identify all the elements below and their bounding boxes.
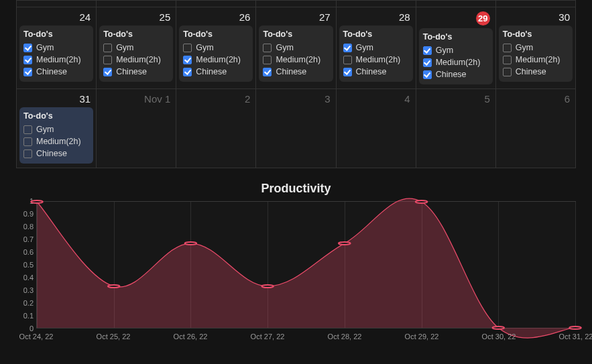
todo-card[interactable]: To-do'sGymMedium(2h)Chinese (419, 28, 493, 84)
todo-item-label: Medium(2h) (36, 55, 81, 64)
todo-item[interactable]: Medium(2h) (23, 135, 89, 147)
calendar-cell[interactable] (416, 1, 496, 7)
checkbox-icon[interactable] (103, 44, 112, 52)
checkbox-icon[interactable] (183, 44, 192, 52)
todo-item[interactable]: Medium(2h) (183, 54, 249, 66)
todo-item[interactable]: Chinese (263, 66, 329, 78)
y-tick-label: 0.1 (23, 312, 34, 320)
calendar-cell[interactable] (256, 1, 336, 7)
calendar-cell[interactable]: 30To-do'sGymMedium(2h)Chinese (496, 7, 576, 89)
todo-item-label: Medium(2h) (36, 137, 81, 146)
checkbox-icon[interactable] (423, 46, 432, 55)
checkbox-icon[interactable] (263, 68, 272, 76)
calendar-cell[interactable] (176, 1, 256, 7)
calendar-cell[interactable] (337, 1, 416, 7)
checkbox-icon[interactable] (23, 125, 32, 134)
todo-item[interactable]: Medium(2h) (423, 56, 489, 68)
todo-item-label: Gym (116, 43, 133, 52)
day-number: 29 (419, 10, 493, 28)
todo-item-label: Medium(2h) (116, 55, 161, 64)
todo-item[interactable]: Chinese (343, 66, 409, 78)
todo-card[interactable]: To-do'sGymMedium(2h)Chinese (259, 25, 333, 82)
calendar-cell[interactable]: 29To-do'sGymMedium(2h)Chinese (416, 7, 496, 89)
checkbox-icon[interactable] (263, 44, 272, 52)
checkbox-icon[interactable] (23, 56, 32, 64)
todo-item-label: Chinese (356, 67, 387, 76)
todo-item[interactable]: Medium(2h) (23, 54, 89, 66)
todo-item[interactable]: Medium(2h) (503, 54, 569, 66)
calendar-cell[interactable] (496, 1, 576, 7)
checkbox-icon[interactable] (23, 44, 32, 52)
svg-point-2 (185, 242, 197, 245)
todo-item[interactable]: Gym (423, 44, 489, 56)
checkbox-icon[interactable] (23, 149, 32, 158)
checkbox-icon[interactable] (263, 56, 272, 64)
checkbox-icon[interactable] (183, 56, 192, 64)
checkbox-icon[interactable] (503, 68, 512, 76)
calendar-cell[interactable] (17, 1, 97, 7)
calendar-cell[interactable]: 3 (256, 89, 336, 168)
calendar-cell[interactable]: 27To-do'sGymMedium(2h)Chinese (256, 7, 336, 89)
calendar-cell[interactable]: 5 (416, 89, 496, 168)
checkbox-icon[interactable] (23, 68, 32, 76)
checkbox-icon[interactable] (423, 58, 432, 67)
todo-item[interactable]: Medium(2h) (263, 54, 329, 66)
todo-item[interactable]: Gym (343, 42, 409, 54)
calendar-cell[interactable]: 31To-do'sGymMedium(2h)Chinese (17, 89, 97, 168)
todo-item[interactable]: Chinese (423, 68, 489, 80)
todo-item-label: Chinese (516, 67, 546, 76)
todo-card[interactable]: To-do'sGymMedium(2h)Chinese (339, 25, 413, 82)
calendar-cell[interactable]: 2 (176, 89, 256, 168)
x-tick-label: Oct 31, 22 (559, 332, 592, 341)
calendar-cell[interactable]: 24To-do'sGymMedium(2h)Chinese (17, 7, 97, 89)
checkbox-icon[interactable] (183, 68, 192, 76)
checkbox-icon[interactable] (503, 56, 512, 64)
checkbox-icon[interactable] (103, 56, 112, 64)
todo-item[interactable]: Gym (503, 42, 569, 54)
todo-card-title: To-do's (423, 32, 489, 42)
calendar-cell[interactable]: 25To-do'sGymMedium(2h)Chinese (97, 7, 176, 89)
checkbox-icon[interactable] (343, 56, 352, 64)
calendar-cell[interactable]: 4 (337, 89, 416, 168)
todo-card[interactable]: To-do'sGymMedium(2h)Chinese (99, 25, 173, 82)
calendar-cell[interactable]: Nov 1 (97, 89, 176, 168)
todo-card[interactable]: To-do'sGymMedium(2h)Chinese (19, 107, 93, 164)
calendar-cell[interactable]: 26To-do'sGymMedium(2h)Chinese (176, 7, 256, 89)
calendar-cell[interactable]: 28To-do'sGymMedium(2h)Chinese (337, 7, 416, 89)
checkbox-icon[interactable] (423, 70, 432, 79)
todo-item[interactable]: Chinese (23, 66, 89, 78)
todo-item-label: Chinese (36, 149, 67, 158)
y-tick-label: 0.3 (23, 286, 34, 294)
todo-item[interactable]: Chinese (503, 66, 569, 78)
x-tick-label: Oct 28, 22 (328, 332, 362, 341)
todo-item[interactable]: Gym (23, 42, 89, 54)
todo-item[interactable]: Chinese (183, 66, 249, 78)
todo-item[interactable]: Gym (183, 42, 249, 54)
checkbox-icon[interactable] (23, 137, 32, 146)
svg-point-4 (339, 242, 351, 245)
day-number: 25 (99, 10, 173, 25)
day-number: 31 (19, 92, 93, 107)
checkbox-icon[interactable] (343, 68, 352, 76)
todo-card[interactable]: To-do'sGymMedium(2h)Chinese (179, 25, 253, 82)
x-tick-label: Oct 27, 22 (251, 332, 285, 341)
calendar-cell[interactable] (97, 1, 176, 7)
todo-item[interactable]: Gym (23, 123, 89, 135)
calendar-cell[interactable]: 6 (496, 89, 576, 168)
todo-item-label: Chinese (36, 67, 67, 76)
todo-item[interactable]: Gym (103, 42, 169, 54)
todo-item[interactable]: Gym (263, 42, 329, 54)
todo-card[interactable]: To-do'sGymMedium(2h)Chinese (19, 25, 93, 82)
todo-item-label: Gym (196, 43, 213, 52)
checkbox-icon[interactable] (343, 44, 352, 52)
todo-item[interactable]: Medium(2h) (343, 54, 409, 66)
todo-card-title: To-do's (343, 29, 409, 39)
todo-item[interactable]: Chinese (103, 66, 169, 78)
x-tick-label: Oct 26, 22 (174, 332, 208, 341)
checkbox-icon[interactable] (503, 44, 512, 52)
todo-item[interactable]: Medium(2h) (103, 54, 169, 66)
todo-item[interactable]: Chinese (23, 147, 89, 160)
day-number: 2 (179, 92, 253, 107)
checkbox-icon[interactable] (103, 68, 112, 76)
todo-card[interactable]: To-do'sGymMedium(2h)Chinese (499, 25, 573, 82)
